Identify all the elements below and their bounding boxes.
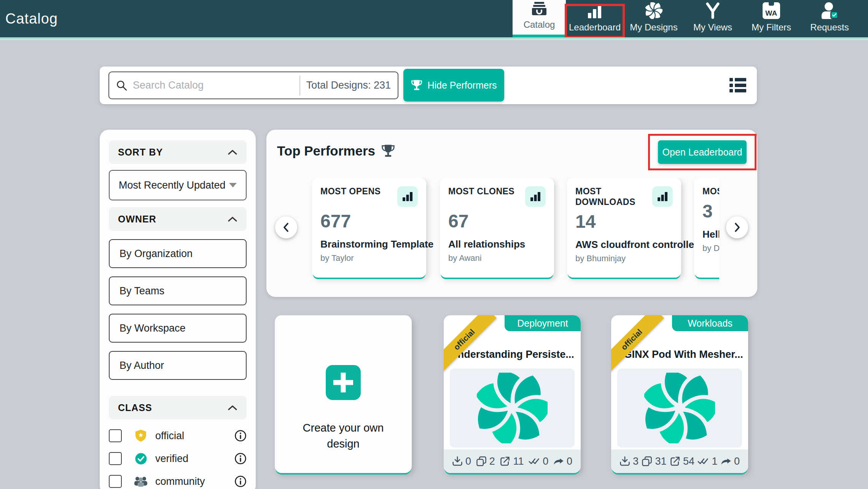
filter-sidebar: SORT BY Most Recently Updated OWNER By O… — [100, 130, 256, 489]
design-title: Understanding Persiste... — [444, 349, 581, 360]
open-icon — [670, 456, 680, 467]
performer-metric-label: MOST CLONES — [448, 186, 514, 197]
performer-author: by Taylor — [320, 253, 418, 263]
class-label: CLASS — [118, 402, 152, 413]
performer-metric-value: 67 — [448, 211, 546, 232]
header-accent-line — [0, 37, 868, 40]
deploy-check-icon — [698, 457, 709, 466]
sort-selected-value: Most Recently Updated — [119, 179, 226, 191]
tab-my-designs[interactable]: My Designs — [624, 0, 684, 37]
tab-label: Catalog — [524, 19, 555, 30]
performer-card-clipped[interactable]: MOST 3 Hello by De — [694, 178, 719, 278]
sort-by-header[interactable]: SORT BY — [109, 140, 247, 164]
search-box: Total Designs: 231 — [108, 71, 398, 99]
leaderboard-bars-icon — [586, 3, 603, 19]
sort-select[interactable]: Most Recently Updated — [109, 170, 247, 200]
clones-stat: 31 — [642, 456, 666, 467]
by-teams-button[interactable]: By Teams — [109, 276, 247, 305]
page-title: Catalog — [5, 11, 58, 27]
downloads-stat: 3 — [620, 456, 639, 467]
total-designs-count: Total Designs: 231 — [300, 79, 398, 91]
class-option-verified: verified — [109, 452, 247, 465]
tab-my-filters[interactable]: WA My Filters — [742, 0, 801, 37]
plus-icon — [326, 365, 361, 400]
clone-icon — [642, 456, 652, 467]
top-performers-title: Top Performers — [277, 143, 375, 159]
clone-icon — [476, 456, 487, 467]
class-option-community: community — [109, 475, 247, 488]
chevron-down-icon — [229, 183, 237, 187]
search-input[interactable] — [133, 79, 299, 91]
trophy-icon — [411, 79, 422, 91]
by-author-button[interactable]: By Author — [109, 351, 247, 380]
bar-chart-icon — [652, 186, 673, 207]
open-leaderboard-button[interactable]: Open Leaderboard — [658, 140, 747, 164]
verified-checkbox[interactable] — [109, 452, 122, 465]
carousel-next-button[interactable] — [726, 216, 748, 238]
owner-header[interactable]: OWNER — [109, 207, 247, 231]
community-checkbox[interactable] — [109, 475, 122, 488]
by-workspace-button[interactable]: By Workspace — [109, 314, 247, 343]
download-icon — [452, 456, 463, 467]
design-card[interactable]: official Deployment Understanding Persis… — [444, 315, 581, 473]
list-view-toggle-icon[interactable] — [729, 78, 746, 92]
performer-author: by De — [702, 243, 719, 253]
bar-chart-icon — [397, 186, 418, 207]
by-organization-button[interactable]: By Organization — [109, 239, 247, 268]
info-icon[interactable] — [234, 430, 247, 442]
tab-catalog[interactable]: Catalog — [513, 0, 566, 37]
performer-author: by Awani — [448, 253, 546, 263]
shares-stat: 0 — [553, 456, 572, 467]
meshery-spiral-icon — [645, 3, 663, 19]
create-design-card[interactable]: Create your own design — [275, 315, 412, 473]
performer-metric-label: MOST DOWNLOADS — [575, 186, 644, 207]
official-ribbon: official — [444, 315, 497, 372]
requests-person-icon — [821, 3, 838, 19]
class-header[interactable]: CLASS — [109, 396, 247, 419]
performer-metric-value: 3 — [702, 201, 719, 222]
design-stats-bar: 3 31 54 1 0 — [611, 449, 748, 473]
chevron-up-icon — [228, 216, 237, 222]
info-icon[interactable] — [234, 475, 247, 487]
performer-card-most-opens[interactable]: MOST OPENS 677 Brainstorming Template by… — [312, 178, 426, 278]
deploys-stat: 1 — [698, 456, 717, 467]
performers-carousel: MOST OPENS 677 Brainstorming Template by… — [266, 178, 719, 292]
clones-stat: 2 — [476, 456, 495, 467]
design-type-tag: Workloads — [672, 315, 748, 331]
annotation-box-open-leaderboard: Open Leaderboard — [648, 134, 757, 170]
performer-design-name: All relationships — [448, 238, 546, 250]
search-icon — [116, 80, 127, 91]
opens-stat: 11 — [500, 456, 524, 467]
create-design-label: Create your own design — [303, 420, 384, 452]
carousel-prev-button[interactable] — [275, 216, 297, 238]
tab-my-views[interactable]: My Views — [684, 0, 742, 37]
tab-label: Leaderboard — [569, 22, 621, 33]
share-icon — [721, 457, 731, 466]
design-preview — [617, 368, 742, 448]
meshery-spiral-logo — [644, 373, 715, 443]
official-checkbox[interactable] — [109, 429, 122, 442]
trophy-icon — [381, 144, 395, 158]
performer-card-most-clones[interactable]: MOST CLONES 67 All relationships by Awan… — [440, 178, 554, 278]
official-label: official — [155, 430, 184, 442]
app-header: Catalog Catalog Leaderboard — [0, 0, 868, 37]
main-nav: Catalog Leaderboard — [513, 0, 858, 37]
hide-performers-label: Hide Performers — [428, 80, 497, 91]
class-option-official: official — [109, 429, 247, 442]
performer-author: by Bhuminjay — [575, 254, 673, 264]
tab-label: My Filters — [752, 22, 791, 33]
design-card[interactable]: official Workloads NGINX Pod With Mesher… — [611, 315, 748, 473]
sort-by-label: SORT BY — [118, 147, 163, 158]
design-title: NGINX Pod With Mesher... — [611, 349, 748, 360]
deploys-stat: 0 — [529, 456, 548, 467]
tab-requests[interactable]: Requests — [801, 0, 858, 37]
info-icon[interactable] — [234, 452, 247, 465]
performer-card-most-downloads[interactable]: MOST DOWNLOADS 14 AWS cloudfront control… — [567, 178, 681, 278]
design-type-tag: Deployment — [505, 315, 581, 331]
opens-stat: 54 — [670, 456, 694, 467]
tab-label: My Views — [693, 22, 732, 33]
filters-wa-icon: WA — [763, 3, 780, 19]
tab-leaderboard[interactable]: Leaderboard — [566, 0, 624, 37]
hide-performers-button[interactable]: Hide Performers — [403, 69, 504, 102]
verified-badge-icon — [133, 452, 148, 465]
